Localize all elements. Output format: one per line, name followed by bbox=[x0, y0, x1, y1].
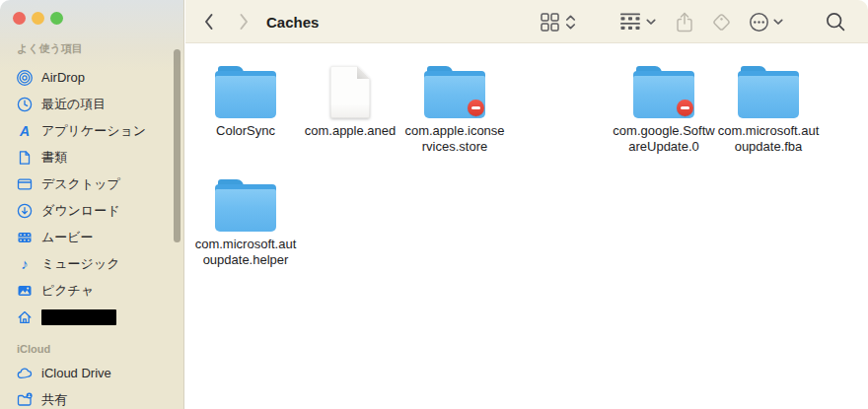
sidebar-item-desktop[interactable]: デスクトップ bbox=[0, 170, 183, 197]
no-access-badge-icon bbox=[677, 100, 693, 116]
sidebar-item-label: 最近の項目 bbox=[41, 96, 106, 113]
file-label: com.apple.aned bbox=[298, 123, 402, 139]
sidebar-item-label: AirDrop bbox=[41, 70, 85, 85]
icloud-icon bbox=[15, 365, 35, 381]
window-title: Caches bbox=[266, 0, 319, 43]
group-chevron-down-icon[interactable] bbox=[646, 0, 656, 43]
sidebar-item-label: アプリケーション bbox=[41, 122, 146, 140]
file-item-com-google-softwareupdate-0[interactable]: com.google.SoftwareUpdate.0 bbox=[612, 61, 716, 155]
shared-folder-icon bbox=[15, 391, 35, 408]
document-file-icon bbox=[298, 61, 402, 118]
svg-text:A: A bbox=[19, 123, 30, 139]
finder-window: よく使う項目 AirDrop 最近の項目 bbox=[0, 0, 868, 409]
sidebar-section-favorites: よく使う項目 bbox=[17, 41, 183, 54]
sidebar-item-label: 共有 bbox=[41, 391, 67, 409]
folder-icon-restricted bbox=[402, 61, 507, 118]
sidebar-item-label: ピクチャ bbox=[41, 282, 94, 300]
clock-icon bbox=[15, 96, 35, 112]
more-options-icon[interactable] bbox=[749, 0, 769, 43]
sidebar-icloud-list: iCloud Drive 共有 bbox=[0, 360, 183, 409]
close-button[interactable] bbox=[13, 12, 26, 25]
home-icon bbox=[15, 308, 35, 325]
search-icon[interactable] bbox=[826, 0, 846, 43]
toolbar: Caches bbox=[185, 0, 868, 43]
view-chevrons-icon[interactable] bbox=[565, 0, 576, 43]
sidebar-item-label: ミュージック bbox=[41, 255, 120, 273]
file-label: com.microsoft.autoupdate.fba bbox=[716, 123, 821, 155]
airdrop-icon bbox=[15, 69, 35, 86]
sidebar-item-label: 書類 bbox=[41, 149, 67, 167]
documents-icon bbox=[15, 149, 35, 166]
folder-icon-restricted bbox=[612, 61, 716, 118]
back-button[interactable] bbox=[203, 0, 215, 43]
sidebar-item-label: iCloud Drive bbox=[41, 366, 111, 380]
file-item-colorsync[interactable]: ColorSync bbox=[193, 61, 298, 139]
file-label: com.google.SoftwareUpdate.0 bbox=[612, 123, 716, 155]
more-chevron-down-icon[interactable] bbox=[773, 0, 783, 43]
redacted-home-label bbox=[41, 309, 116, 325]
file-label: com.microsoft.autoupdate.helper bbox=[193, 237, 298, 268]
movies-icon bbox=[15, 229, 35, 245]
file-item-com-microsoft-autoupdate-helper[interactable]: com.microsoft.autoupdate.helper bbox=[193, 174, 298, 268]
sidebar-item-label: ダウンロード bbox=[41, 202, 120, 220]
sidebar-item-downloads[interactable]: ダウンロード bbox=[0, 197, 183, 224]
sidebar-item-icloud-drive[interactable]: iCloud Drive bbox=[0, 360, 183, 386]
view-grid-icon[interactable] bbox=[541, 0, 559, 43]
sidebar-section-icloud: iCloud bbox=[17, 343, 183, 356]
folder-icon bbox=[193, 61, 298, 118]
music-icon: ♪ bbox=[15, 255, 35, 272]
sidebar-item-home[interactable] bbox=[0, 304, 183, 330]
group-by-icon[interactable] bbox=[619, 0, 641, 43]
file-item-com-apple-iconservices-store[interactable]: com.apple.iconservices.store bbox=[402, 61, 507, 155]
share-icon bbox=[676, 0, 693, 43]
sidebar-item-documents[interactable]: 書類 bbox=[0, 144, 183, 170]
file-label: ColorSync bbox=[193, 123, 298, 139]
applications-icon: A bbox=[15, 122, 35, 139]
zoom-button[interactable] bbox=[50, 12, 63, 25]
sidebar-item-movies[interactable]: ムービー bbox=[0, 224, 183, 250]
sidebar-favorites-list: AirDrop 最近の項目 A アプリケーション bbox=[0, 64, 183, 330]
downloads-icon bbox=[15, 202, 35, 219]
file-label: com.apple.iconservices.store bbox=[402, 123, 507, 155]
sidebar-scrollbar[interactable] bbox=[174, 49, 181, 242]
folder-icon bbox=[716, 61, 821, 118]
forward-button[interactable] bbox=[238, 0, 250, 43]
sidebar: よく使う項目 AirDrop 最近の項目 bbox=[0, 0, 184, 409]
file-grid: ColorSync com.apple.aned com.apple.icons… bbox=[185, 44, 868, 409]
sidebar-item-label: デスクトップ bbox=[41, 175, 120, 193]
desktop-icon bbox=[15, 175, 35, 192]
tag-icon bbox=[711, 0, 732, 43]
no-access-badge-icon bbox=[468, 100, 484, 116]
sidebar-item-label: ムービー bbox=[41, 229, 94, 246]
file-item-com-microsoft-autoupdate-fba[interactable]: com.microsoft.autoupdate.fba bbox=[716, 61, 821, 155]
pictures-icon bbox=[15, 282, 35, 299]
sidebar-item-airdrop[interactable]: AirDrop bbox=[0, 64, 183, 91]
sidebar-item-shared[interactable]: 共有 bbox=[0, 386, 183, 409]
minimize-button[interactable] bbox=[32, 12, 44, 25]
file-item-com-apple-aned[interactable]: com.apple.aned bbox=[298, 61, 402, 139]
sidebar-item-music[interactable]: ♪ ミュージック bbox=[0, 250, 183, 277]
sidebar-item-applications[interactable]: A アプリケーション bbox=[0, 117, 183, 144]
sidebar-item-pictures[interactable]: ピクチャ bbox=[0, 277, 183, 304]
folder-icon bbox=[193, 174, 298, 232]
traffic-lights bbox=[0, 0, 183, 25]
sidebar-item-recents[interactable]: 最近の項目 bbox=[0, 91, 183, 117]
